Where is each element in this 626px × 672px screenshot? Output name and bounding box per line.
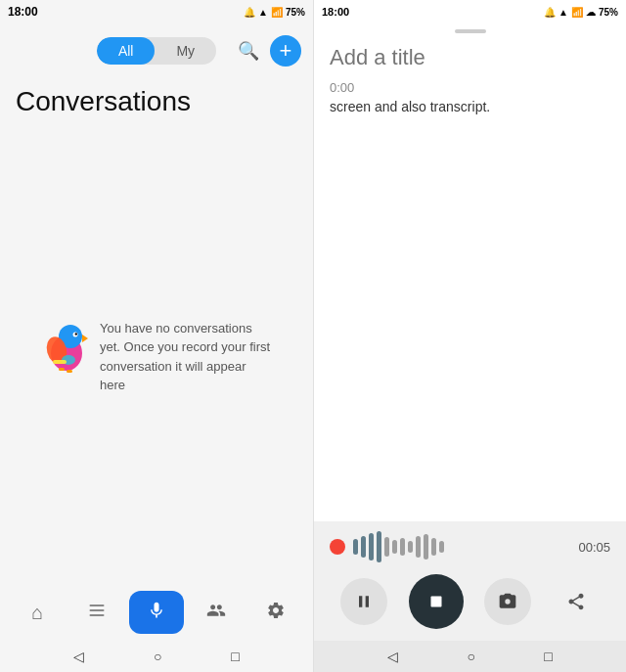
add-button[interactable]: + [270,35,301,67]
recording-time: 00:05 [578,540,610,555]
right-panel: 18:00 🔔 ▲ 📶 ☁ 75% 0:00 screen and also t… [313,0,626,672]
title-input-area [314,35,626,76]
wbar-1 [353,539,358,555]
signal-icon-right: 📶 [571,7,583,18]
settings-icon [266,601,286,625]
filter-all-button[interactable]: All [97,37,156,65]
status-icons-right: 🔔 ▲ 📶 ☁ 75% [544,7,618,18]
svg-rect-12 [90,614,105,616]
share-button[interactable] [553,578,600,625]
filter-buttons: All My [97,37,216,65]
wifi-icon-right: ▲ [559,7,568,18]
svg-rect-11 [90,609,105,611]
waveform-row: 00:05 [330,531,610,562]
top-right-icons: 🔍 + [233,35,301,67]
search-button[interactable]: 🔍 [233,35,264,67]
signal-icon: 📶 [271,7,283,18]
sys-nav-right: ◁ ○ □ [314,641,626,672]
wbar-9 [416,536,421,558]
controls-row [330,570,610,633]
home-btn-right[interactable]: ○ [468,649,475,664]
empty-state-text: You have no conversations yet. Once you … [100,319,274,395]
recent-btn-right[interactable]: □ [544,649,552,664]
status-bar-right: 18:00 🔔 ▲ 📶 ☁ 75% [314,0,626,23]
svg-rect-13 [430,597,441,607]
empty-text-block: You have no conversations yet. Once you … [20,319,293,395]
nav-item-contacts[interactable] [189,591,244,634]
top-bar-left: All My 🔍 + [0,23,313,78]
recording-controls: 00:05 [314,521,626,641]
wbar-7 [400,538,405,556]
wbar-8 [408,541,413,553]
status-bar-left: 18:00 🔔 ▲ 📶 75% [0,0,313,23]
nav-items: ⌂ [0,584,313,641]
bottom-nav: ⌂ ◁ [0,584,313,672]
time-left: 18:00 [8,5,38,19]
nav-item-home[interactable]: ⌂ [10,591,65,634]
camera-button[interactable] [484,578,531,625]
notification-icon-right: 🔔 [544,7,556,18]
nav-item-record[interactable] [129,591,184,634]
battery-right: 75% [599,7,618,18]
list-icon [87,601,107,625]
title-input[interactable] [330,45,610,70]
transcript-text: screen and also transcript. [330,97,610,117]
pause-button[interactable] [340,578,387,625]
stop-button[interactable] [409,574,464,629]
nav-item-list[interactable] [69,591,124,634]
cloud-icon-right: ☁ [586,7,596,18]
mic-icon [147,601,166,625]
home-icon: ⌂ [31,602,43,624]
wbar-12 [439,541,444,553]
wbar-5 [384,537,389,557]
svg-point-4 [75,333,77,335]
recent-btn-left[interactable]: □ [231,649,239,664]
back-btn-right[interactable]: ◁ [387,649,398,664]
wbar-10 [424,534,428,560]
recording-indicator [330,539,345,555]
home-btn-left[interactable]: ○ [154,649,161,664]
nav-item-settings[interactable] [248,591,303,634]
status-icons-left: 🔔 ▲ 📶 75% [244,7,305,18]
add-icon: + [280,38,292,64]
chevron-bar[interactable] [314,23,626,35]
wbar-2 [361,536,366,558]
wbar-3 [369,533,374,560]
filter-my-button[interactable]: My [155,37,216,65]
transcript-area: 0:00 screen and also transcript. [314,76,626,521]
page-title-area: Conversations [0,78,313,129]
back-btn-left[interactable]: ◁ [73,649,84,664]
battery-left: 75% [286,7,305,18]
wbar-4 [377,531,381,562]
waveform-bars [353,531,570,562]
drag-handle[interactable] [455,29,486,33]
wbar-11 [431,538,436,556]
sys-nav-left: ◁ ○ □ [0,641,313,672]
left-panel: 18:00 🔔 ▲ 📶 75% All My 🔍 + Conversations [0,0,313,672]
notification-icon: 🔔 [244,7,255,18]
svg-rect-7 [67,370,72,373]
svg-rect-6 [59,368,65,371]
page-title: Conversations [16,86,297,117]
svg-rect-10 [90,605,105,606]
time-right: 18:00 [322,6,349,18]
wifi-icon: ▲ [258,7,268,18]
search-icon: 🔍 [238,40,259,62]
bird-illustration [39,319,88,378]
svg-rect-9 [53,360,67,364]
contacts-icon [206,601,226,625]
empty-state: You have no conversations yet. Once you … [0,129,313,584]
wbar-6 [392,540,397,554]
svg-marker-2 [82,335,88,342]
transcript-timestamp: 0:00 [330,80,610,95]
